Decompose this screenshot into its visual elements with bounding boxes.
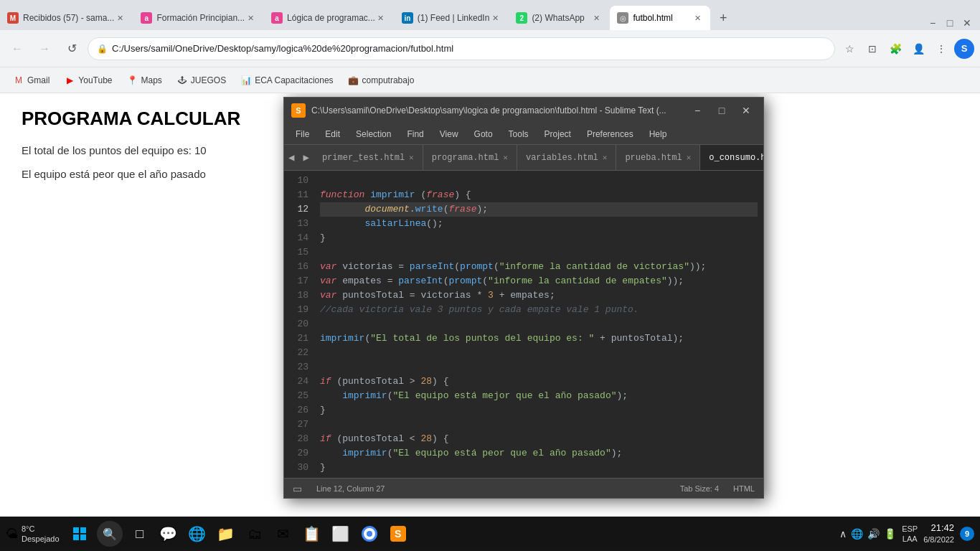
sublime-close-button[interactable]: ✕: [736, 100, 756, 121]
chat-button[interactable]: 💬: [154, 519, 183, 548]
tab-gmail[interactable]: M Recibidos (57) - sama... ✕: [0, 6, 133, 30]
tray-up-arrow-icon[interactable]: ∧: [839, 528, 847, 540]
menu-project[interactable]: Project: [537, 126, 578, 142]
edge-button[interactable]: 🌐: [183, 519, 212, 548]
tab-scroll-right[interactable]: ▶: [298, 145, 313, 170]
gmail-bookmark-icon: M: [13, 75, 24, 86]
new-tab-button[interactable]: +: [711, 6, 735, 30]
sublime-maximize-button[interactable]: □: [712, 100, 732, 121]
tab-whatsapp-close[interactable]: ✕: [590, 12, 602, 24]
menu-goto[interactable]: Goto: [467, 126, 500, 142]
grid-app-button[interactable]: 🗂: [240, 519, 269, 548]
bookmark-computrabajo[interactable]: 💼 computrabajo: [342, 72, 420, 89]
svg-rect-1: [80, 527, 86, 533]
sublime-tab-programa-close[interactable]: ✕: [503, 153, 508, 162]
bookmark-juegos[interactable]: 🕹 JUEGOS: [171, 72, 232, 89]
language-indicator[interactable]: ESP LAA: [902, 524, 918, 545]
office-button[interactable]: ⬜: [326, 519, 355, 548]
sublime-tab-programa[interactable]: programa.html ✕: [423, 145, 517, 170]
back-button[interactable]: ←: [6, 37, 29, 60]
tab-formacion-close[interactable]: ✕: [245, 12, 256, 24]
account-icon[interactable]: 👤: [908, 39, 928, 59]
line-num-17: 17: [284, 274, 308, 288]
code-line-28: if (puntosTotal < 28) {: [320, 432, 758, 446]
reload-button[interactable]: ↺: [60, 37, 83, 60]
notification-badge[interactable]: 9: [960, 527, 974, 541]
menu-preferences[interactable]: Preferences: [580, 126, 641, 142]
line-num-11: 11: [284, 188, 308, 202]
menu-view[interactable]: View: [433, 126, 466, 142]
profile-button[interactable]: S: [954, 39, 974, 59]
sublime-tab-variables-close[interactable]: ✕: [603, 153, 608, 162]
code-token: document: [364, 202, 409, 217]
code-token: (: [387, 446, 393, 461]
tab-scroll-left[interactable]: ◀: [284, 145, 298, 170]
code-token: "El total de los puntos del equipo es: ": [370, 331, 594, 346]
search-button[interactable]: 🔍: [97, 521, 123, 547]
code-lines[interactable]: function imprimir (frase) { document.wri…: [314, 171, 763, 478]
tab-futbol[interactable]: ◎ futbol.html ✕: [610, 6, 710, 30]
task-view-button[interactable]: □: [126, 519, 154, 548]
tab-futbol-close[interactable]: ✕: [692, 12, 703, 24]
tab-gmail-close[interactable]: ✕: [114, 12, 126, 24]
tab-linkedin-close[interactable]: ✕: [489, 12, 501, 24]
tab-logica-close[interactable]: ✕: [375, 12, 387, 24]
tray-network-icon[interactable]: 🌐: [851, 528, 863, 540]
sublime-tab-primer[interactable]: primer_test.html ✕: [314, 145, 423, 170]
code-token: puntosTotal = victorias *: [342, 288, 488, 303]
tab-linkedin[interactable]: in (1) Feed | LinkedIn ✕: [395, 6, 509, 30]
mail-button[interactable]: ✉: [269, 519, 298, 548]
menu-find[interactable]: Find: [400, 126, 430, 142]
close-browser-icon[interactable]: ✕: [960, 16, 974, 30]
menu-file[interactable]: File: [288, 126, 316, 142]
tab-whatsapp[interactable]: 2 (2) WhatsApp ✕: [509, 6, 609, 30]
logica-favicon: a: [271, 12, 283, 24]
sublime-tab-primer-close[interactable]: ✕: [409, 153, 414, 162]
todo-button[interactable]: 📋: [298, 519, 326, 548]
sublime-minimize-button[interactable]: −: [687, 100, 707, 121]
extensions-icon[interactable]: 🧩: [885, 39, 905, 59]
maximize-icon[interactable]: □: [943, 16, 957, 30]
code-editor[interactable]: 10 11 12 13 14 15 16 17 18 19 20 21 22 2…: [284, 171, 763, 478]
start-button[interactable]: [65, 519, 94, 548]
status-tab-size: Tab Size: 4: [680, 484, 719, 493]
file-explorer-button[interactable]: 📁: [212, 519, 240, 548]
edge-icon: 🌐: [188, 525, 206, 542]
sublime-tab-prueba[interactable]: prueba.html ✕: [616, 145, 700, 170]
tab-formacion[interactable]: a Formación Principian... ✕: [133, 6, 263, 30]
sublime-tab-variables[interactable]: variables.html ✕: [517, 145, 616, 170]
menu-tools[interactable]: Tools: [501, 126, 536, 142]
bookmark-maps[interactable]: 📍 Maps: [121, 72, 168, 89]
menu-edit[interactable]: Edit: [318, 126, 347, 142]
code-line-13: saltarLinea();: [320, 217, 758, 231]
tab-formacion-title: Formación Principian...: [156, 13, 245, 23]
code-token: );: [617, 389, 628, 403]
tray-battery-icon[interactable]: 🔋: [884, 528, 896, 540]
settings-icon[interactable]: ⋮: [931, 39, 951, 59]
menu-help[interactable]: Help: [642, 126, 674, 142]
code-line-10: [320, 174, 758, 188]
line-num-13: 13: [284, 217, 308, 231]
sublime-tab-prueba-close[interactable]: ✕: [687, 153, 692, 162]
weather-widget[interactable]: 🌤 8°C Despejado: [6, 524, 60, 545]
code-token: if: [320, 375, 331, 389]
sublime-tab-consumo[interactable]: o_consumo.html ✕: [700, 145, 763, 170]
code-token: [320, 446, 342, 461]
bookmark-eca[interactable]: 📊 ECA Capacitaciones: [235, 72, 339, 89]
menu-selection[interactable]: Selection: [349, 126, 398, 142]
clock[interactable]: 21:42 6/8/2022: [923, 522, 954, 546]
sublime-taskbar-button[interactable]: S: [384, 519, 413, 548]
minimize-icon[interactable]: −: [925, 16, 940, 30]
read-mode-icon[interactable]: ⊡: [862, 39, 882, 59]
bookmark-youtube[interactable]: ▶ YouTube: [58, 72, 118, 89]
juegos-bookmark-icon: 🕹: [176, 75, 188, 86]
code-token: "informe la cantidad de victorias": [499, 260, 689, 274]
chrome-button[interactable]: [355, 519, 384, 548]
tray-volume-icon[interactable]: 🔊: [867, 528, 880, 540]
url-bar[interactable]: 🔒 C:/Users/samil/OneDrive/Desktop/samy/l…: [88, 37, 835, 60]
tab-bar: M Recibidos (57) - sama... ✕ a Formación…: [0, 0, 980, 30]
forward-button[interactable]: →: [33, 37, 56, 60]
bookmark-star-icon[interactable]: ☆: [839, 39, 859, 59]
tab-logica[interactable]: a Lógica de programac... ✕: [264, 6, 394, 30]
bookmark-gmail[interactable]: M Gmail: [7, 72, 55, 89]
